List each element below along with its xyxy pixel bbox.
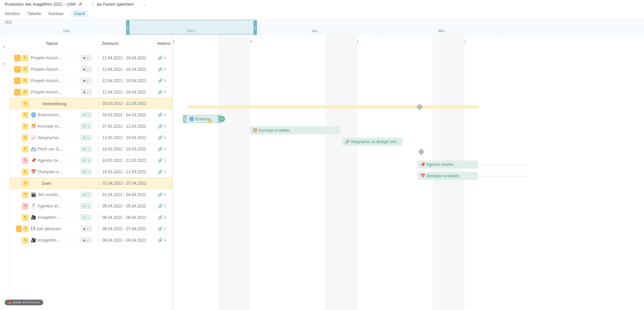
- row-date[interactable]: 18.03.2022 - 21.03.2022: [102, 158, 158, 163]
- edit-icon[interactable]: ✎: [22, 237, 29, 244]
- table-row[interactable]: ⚡✎Projekt-Absch...●⌄⋮12.04.2022 - 16.04.…: [10, 75, 172, 86]
- edit-icon[interactable]: ✎: [22, 66, 29, 73]
- table-row[interactable]: ⚡✎🎞Set abbauen●⌄⋮06.04.2022 - 07.04.2022…: [10, 223, 172, 235]
- edit-icon[interactable]: ✎: [22, 203, 29, 209]
- row-date[interactable]: 07.03.2022 - 12.03.2022: [102, 124, 158, 129]
- kebab-icon[interactable]: ⋮: [94, 135, 102, 140]
- link-count[interactable]: 🔗 2: [158, 227, 171, 231]
- range-window[interactable]: || ||: [129, 20, 254, 35]
- table-row[interactable]: ⌃✎Vorbereitung⋮03.03.2022 - 21.03.2022: [10, 98, 172, 109]
- row-date[interactable]: 18.03.2022 - 21.03.2022: [102, 170, 158, 174]
- kebab-icon[interactable]: ⋮: [94, 203, 102, 209]
- link-count[interactable]: 🔗 0: [158, 90, 171, 95]
- kebab-icon[interactable]: ⋮: [94, 158, 102, 163]
- status-dropdown[interactable]: ●⌄: [80, 226, 92, 232]
- link-count[interactable]: 🔗 0: [158, 78, 171, 83]
- kebab-icon[interactable]: ⋮: [94, 124, 102, 129]
- edit-icon[interactable]: ✎: [22, 123, 29, 130]
- row-date[interactable]: 13.03.2022 - 16.03.2022: [102, 135, 158, 140]
- edit-icon[interactable]: ✎: [23, 226, 29, 232]
- group-bar-vorbereitung[interactable]: [188, 105, 479, 109]
- link-count[interactable]: 🔗 4: [158, 238, 171, 243]
- link-count[interactable]: 🔗 1: [158, 158, 171, 163]
- kebab-icon[interactable]: ⋮: [94, 89, 102, 95]
- table-row[interactable]: ✎🎥Imagefilm ...●⌄⋮06.04.2022 - 06.04.202…: [10, 235, 172, 246]
- edit-icon[interactable]: ✎: [22, 191, 29, 198]
- kebab-icon[interactable]: ⋮: [94, 146, 102, 152]
- task-bar-absprache[interactable]: 🔗 Absprache zu Budget tref...: [342, 138, 402, 146]
- task-bar-drehplan[interactable]: 📅 Drehplan erstellen: [418, 172, 478, 180]
- gantt-chart[interactable]: 2 10 11 12 || 🌀 Brainsto... || K 👆 🎊 Kon…: [173, 35, 644, 310]
- pin-icon[interactable]: 📌: [77, 2, 83, 7]
- row-name[interactable]: Projekt-Absch...: [30, 89, 80, 95]
- row-date[interactable]: 01.04.2022 - 04.04.2022: [102, 192, 158, 197]
- edit-icon[interactable]: ✎: [22, 112, 29, 118]
- task-bar-brainstorm[interactable]: || 🌀 Brainsto... || K: [183, 115, 221, 123]
- row-date[interactable]: 12.04.2022 - 16.04.2022: [102, 56, 158, 60]
- table-row[interactable]: ✎📅Drehplan e...✓⌄⋮18.03.2022 - 21.03.202…: [10, 166, 172, 178]
- row-date[interactable]: 12.04.2022 - 16.04.2022: [102, 90, 158, 95]
- status-dropdown[interactable]: ✓⌄: [80, 169, 92, 175]
- kebab-icon[interactable]: ⋮: [94, 78, 102, 83]
- tab-tabelle[interactable]: Tabelle: [28, 10, 41, 17]
- kebab-icon[interactable]: ⋮: [94, 112, 102, 118]
- table-row[interactable]: ✎🎊Konzept er...✓⌄⋮07.03.2022 - 12.03.202…: [10, 121, 172, 132]
- table-row[interactable]: ✎🕺Agentur ei...✓⌄⋮05.04.2022 - 05.04.202…: [10, 200, 172, 212]
- table-row[interactable]: ⚡✎Projekt-Absch...●⌄⋮12.04.2022 - 16.04.…: [10, 64, 172, 75]
- status-dropdown[interactable]: ✓⌄: [80, 146, 92, 152]
- status-dropdown[interactable]: ✓⌄: [80, 203, 92, 209]
- edit-icon[interactable]: ✎: [22, 180, 29, 187]
- status-dropdown[interactable]: ✓⌄: [80, 157, 92, 164]
- link-count[interactable]: 🔗 0: [158, 113, 171, 117]
- kebab-icon[interactable]: ⋮: [94, 238, 102, 243]
- row-name[interactable]: Projekt-Absch...: [30, 55, 80, 60]
- kebab-icon[interactable]: ⋮: [94, 226, 102, 232]
- row-name[interactable]: Dreh: [30, 181, 81, 186]
- row-date[interactable]: 01.04.2022 - 07.04.2022: [103, 181, 158, 186]
- tab-gantt[interactable]: Gantt: [71, 10, 89, 17]
- status-dropdown[interactable]: ●⌄: [80, 237, 92, 243]
- kebab-icon[interactable]: ⋮: [94, 192, 102, 197]
- status-dropdown[interactable]: ✓⌄: [80, 123, 92, 129]
- col-verkn[interactable]: Verknü: [157, 41, 170, 46]
- status-dropdown[interactable]: ●⌄: [80, 55, 92, 61]
- link-count[interactable]: 🔗 4: [158, 215, 171, 220]
- link-count[interactable]: 🔗 1: [158, 170, 171, 174]
- row-date[interactable]: 03.03.2022 - 04.03.2022: [102, 113, 158, 117]
- status-dropdown[interactable]: ●⌄: [80, 77, 92, 84]
- edit-icon[interactable]: ✎: [22, 77, 29, 84]
- row-name[interactable]: 🎥Imagefilm ...: [30, 215, 80, 220]
- row-name[interactable]: 📌Agentur br...: [30, 158, 80, 163]
- range-handle-left[interactable]: ||: [126, 20, 129, 35]
- table-row[interactable]: ✎📌Agentur br...✓⌄⋮18.03.2022 - 21.03.202…: [10, 155, 172, 166]
- status-dropdown[interactable]: ●⌄: [80, 89, 92, 95]
- bar-handle-left[interactable]: ||: [183, 115, 186, 123]
- status-dropdown[interactable]: ✓⌄: [80, 134, 92, 141]
- table-row[interactable]: ⚡✎Projekt-Absch...●⌄⋮12.04.2022 - 16.04.…: [10, 52, 172, 64]
- task-bar-konzept[interactable]: 🎊 Konzept erstellen: [250, 126, 340, 134]
- row-date[interactable]: 06.04.2022 - 06.04.2022: [102, 238, 158, 243]
- tab-struktur[interactable]: Struktur: [5, 10, 20, 17]
- row-name[interactable]: Projekt-Absch...: [30, 78, 80, 83]
- link-count[interactable]: 🔗 0: [158, 67, 171, 72]
- star-icon[interactable]: ☆: [91, 2, 95, 7]
- col-zeitraum[interactable]: Zeitraum: [102, 41, 157, 46]
- kebab-icon[interactable]: ⋮: [94, 101, 103, 106]
- row-date[interactable]: 18.03.2022 - 18.03.2022: [102, 147, 158, 151]
- row-name[interactable]: 📅Drehplan e...: [30, 169, 80, 174]
- status-dropdown[interactable]: ✓⌄: [80, 191, 92, 198]
- milestone-pitch[interactable]: [418, 148, 425, 155]
- row-date[interactable]: 06.04.2022 - 07.04.2022: [102, 227, 158, 231]
- table-row[interactable]: ✎📇Pitch vor G...✓⌄⋮18.03.2022 - 18.03.20…: [10, 143, 172, 155]
- row-date[interactable]: 06.04.2022 - 06.04.2022: [102, 215, 158, 220]
- edit-icon[interactable]: ✎: [22, 100, 29, 107]
- table-row[interactable]: ✎📈Absprache...✓⌄⋮13.03.2022 - 16.03.2022…: [10, 132, 172, 143]
- link-count[interactable]: 🔗 0: [158, 147, 171, 151]
- link-count[interactable]: 🔗 0: [158, 56, 171, 60]
- edit-icon[interactable]: ✎: [22, 214, 29, 221]
- edit-icon[interactable]: ✎: [22, 134, 29, 141]
- edit-icon[interactable]: ✎: [22, 157, 29, 164]
- table-row[interactable]: ✎🎬Set vorber...✓⌄⋮01.04.2022 - 04.04.202…: [10, 189, 172, 200]
- link-count[interactable]: 🔗 0: [158, 124, 171, 129]
- edit-icon[interactable]: ✎: [22, 89, 29, 96]
